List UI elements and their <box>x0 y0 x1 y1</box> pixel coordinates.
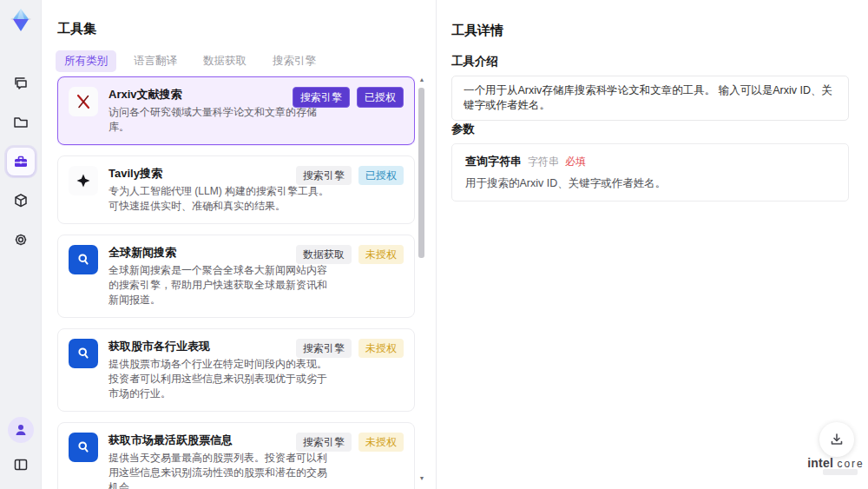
brand-intel-text: intel <box>807 456 833 470</box>
category-badge: 数据获取 <box>296 245 352 264</box>
tool-intro-text: 一个用于从Arxiv存储库搜索科学论文和文章的工具。 输入可以是Arxiv ID… <box>464 83 837 113</box>
tool-description: 全球新闻搜索是一个聚合全球各大新闻网站内容的搜索引擎，帮助用户快速获取全球最新资… <box>108 263 330 307</box>
tool-card-sector-performance[interactable]: 获取股市各行业表现 提供股票市场各个行业在特定时间段内的表现。投资者可以利用这些… <box>57 328 415 412</box>
tool-intro-box: 一个用于从Arxiv存储库搜索科学论文和文章的工具。 输入可以是Arxiv ID… <box>451 76 849 121</box>
app-window: 工具集 所有类别 语言翻译 数据获取 搜索引擎 Arxiv文献搜索 访问各个研究… <box>0 0 868 489</box>
download-icon <box>829 432 845 447</box>
tab-data-fetch[interactable]: 数据获取 <box>194 50 255 72</box>
user-icon <box>13 422 29 438</box>
panel-divider <box>436 0 437 489</box>
search-app-icon <box>69 245 98 274</box>
tab-search-engine[interactable]: 搜索引擎 <box>264 50 325 72</box>
category-badge: 搜索引擎 <box>296 166 352 185</box>
sidebar-item-chat[interactable] <box>7 69 35 97</box>
details-panel-title: 工具详情 <box>451 23 503 39</box>
sidebar-item-collapse[interactable] <box>7 451 35 479</box>
parameter-type: 字符串 <box>528 155 559 169</box>
tool-card-global-news[interactable]: 全球新闻搜索 全球新闻搜索是一个聚合全球各大新闻网站内容的搜索引擎，帮助用户快速… <box>57 235 415 318</box>
tool-description: 提供当天交易量最高的股票列表。投资者可以利用这些信息来识别流动性强的股票和潜在的… <box>108 451 330 489</box>
sidebar-item-account[interactable] <box>8 417 34 443</box>
scroll-up-icon[interactable]: ▲ <box>418 76 425 83</box>
tavily-sparkle-icon <box>69 166 98 195</box>
cube-icon <box>12 192 30 209</box>
tool-description: 专为人工智能代理 (LLM) 构建的搜索引擎工具。可快速提供实时、准确和真实的结… <box>108 184 330 214</box>
folder-icon <box>12 114 30 131</box>
tool-intro-heading: 工具介绍 <box>451 54 498 69</box>
download-button[interactable] <box>819 422 854 457</box>
auth-badge: 未授权 <box>358 433 404 452</box>
arxiv-logo-icon <box>69 87 98 116</box>
tool-card-most-active-stocks[interactable]: 获取市场最活跃股票信息 提供当天交易量最高的股票列表。投资者可以利用这些信息来识… <box>57 422 415 489</box>
tool-description: 访问各个研究领域大量科学论文和文章的存储库。 <box>108 105 330 135</box>
search-app-icon <box>69 433 98 462</box>
sidebar-bottom <box>0 417 42 479</box>
sidebar-item-settings[interactable] <box>7 226 35 254</box>
auth-badge: 已授权 <box>358 166 404 185</box>
tool-list: Arxiv文献搜索 访问各个研究领域大量科学论文和文章的存储库。 搜索引擎 已授… <box>57 76 415 489</box>
scroll-down-icon[interactable]: ▼ <box>418 475 425 482</box>
left-sidebar <box>0 0 42 489</box>
gear-icon <box>12 231 30 248</box>
parameter-description: 用于搜索的Arxiv ID、关键字或作者姓名。 <box>465 176 835 190</box>
auth-badge: 未授权 <box>358 245 404 264</box>
tool-description: 提供股票市场各个行业在特定时间段内的表现。投资者可以利用这些信息来识别表现优于或… <box>108 357 330 401</box>
parameter-card: 查询字符串 字符串 必填 用于搜索的Arxiv ID、关键字或作者姓名。 <box>451 143 849 202</box>
chat-icon <box>12 75 30 92</box>
tool-card-arxiv[interactable]: Arxiv文献搜索 访问各个研究领域大量科学论文和文章的存储库。 搜索引擎 已授… <box>57 76 415 145</box>
sidebar-nav <box>0 69 42 254</box>
sidebar-item-files[interactable] <box>7 109 35 136</box>
auth-badge: 未授权 <box>358 339 404 358</box>
tab-language-translation[interactable]: 语言翻译 <box>125 50 186 72</box>
toolbox-icon <box>12 153 30 170</box>
category-badge: 搜索引擎 <box>296 339 352 358</box>
category-tabs: 所有类别 语言翻译 数据获取 搜索引擎 <box>56 50 325 72</box>
required-badge: 必填 <box>565 155 586 169</box>
app-logo-icon[interactable] <box>7 6 35 34</box>
params-heading: 参数 <box>451 122 475 137</box>
tab-all-categories[interactable]: 所有类别 <box>56 50 116 72</box>
auth-badge: 已授权 <box>357 87 404 108</box>
parameter-name: 查询字符串 <box>465 154 522 169</box>
tool-list-scrollbar[interactable]: ▲ ▼ <box>418 76 426 484</box>
category-badge: 搜索引擎 <box>293 87 350 108</box>
search-app-icon <box>69 339 98 368</box>
scrollbar-thumb[interactable] <box>418 88 424 258</box>
sidebar-item-packages[interactable] <box>7 187 35 215</box>
category-badge: 搜索引擎 <box>296 433 352 452</box>
sidebar-item-toolset[interactable] <box>7 148 35 175</box>
tools-panel-title: 工具集 <box>57 21 96 37</box>
layout-panel-icon <box>12 456 30 473</box>
brand-core-text: core <box>837 458 864 470</box>
brand-sub-badge <box>823 469 858 475</box>
tool-card-tavily[interactable]: Tavily搜索 专为人工智能代理 (LLM) 构建的搜索引擎工具。可快速提供实… <box>57 155 415 224</box>
